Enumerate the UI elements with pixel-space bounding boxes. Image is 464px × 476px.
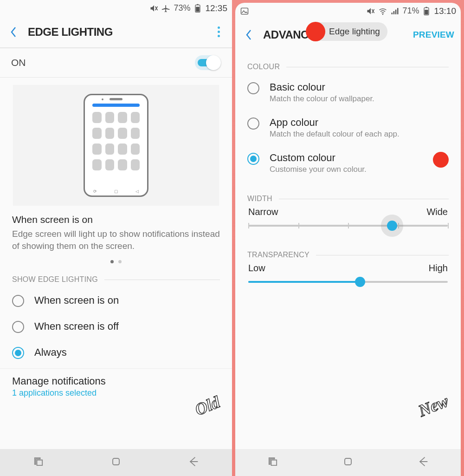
radio-icon xyxy=(12,295,24,307)
status-bar: 73% 12:35 xyxy=(0,0,232,16)
back-button[interactable] xyxy=(6,25,20,39)
battery-icon xyxy=(193,4,202,13)
system-nav-bar xyxy=(0,449,232,476)
custom-colour-swatch[interactable] xyxy=(433,152,449,168)
radio-custom-colour[interactable]: Custom colour Customise your own colour. xyxy=(235,145,461,181)
back-nav-button[interactable] xyxy=(417,455,430,470)
radio-icon xyxy=(12,347,24,359)
back-button[interactable] xyxy=(242,28,256,42)
svg-rect-7 xyxy=(426,7,427,7)
signal-icon xyxy=(390,7,400,16)
illustration: ⟳▢◁ When screen is on Edge screen will l… xyxy=(0,78,232,273)
phone-mock-illustration: ⟳▢◁ xyxy=(84,94,148,197)
radio-screen-on[interactable]: When screen is on xyxy=(0,287,232,313)
width-slider[interactable]: Narrow Wide xyxy=(235,207,461,239)
svg-rect-9 xyxy=(345,458,351,465)
slider-thumb[interactable] xyxy=(387,221,397,231)
back-nav-button[interactable] xyxy=(187,455,200,470)
more-menu-button[interactable] xyxy=(212,25,226,39)
svg-rect-8 xyxy=(425,10,429,14)
home-button[interactable] xyxy=(342,455,354,470)
status-bar: 71% 13:10 xyxy=(235,3,461,19)
radio-icon xyxy=(247,117,259,130)
radio-screen-off[interactable]: When screen is off xyxy=(0,313,232,339)
radio-icon xyxy=(247,153,259,165)
radio-always[interactable]: Always xyxy=(0,339,232,365)
caption-body: Edge screen will light up to show notifi… xyxy=(12,228,220,252)
home-button[interactable] xyxy=(110,455,122,470)
battery-icon xyxy=(422,7,431,16)
pill-colour-dot xyxy=(306,22,325,41)
clock-time: 12:35 xyxy=(205,3,227,13)
preview-button[interactable]: PREVIEW xyxy=(413,30,454,40)
section-colour: COLOUR xyxy=(247,63,280,71)
page-title: EDGE LIGHTING xyxy=(28,26,113,39)
section-width: WIDTH xyxy=(247,195,272,203)
radio-icon xyxy=(12,321,24,333)
recents-button[interactable] xyxy=(266,455,279,470)
slider-thumb[interactable] xyxy=(355,277,365,287)
section-show-edge: SHOW EDGE LIGHTING xyxy=(12,275,98,284)
svg-rect-2 xyxy=(196,7,200,11)
master-toggle-label: ON xyxy=(11,57,26,68)
app-header: EDGE LIGHTING xyxy=(0,16,232,48)
manage-notifications[interactable]: Manage notifications 1 applications sele… xyxy=(0,368,232,400)
system-nav-bar xyxy=(235,449,461,476)
pill-edge-lighting[interactable]: Edge lighting xyxy=(309,22,387,41)
picture-icon xyxy=(240,7,249,16)
wifi-icon xyxy=(378,7,387,16)
svg-rect-1 xyxy=(197,4,199,5)
svg-rect-3 xyxy=(113,458,119,465)
watermark-new: New xyxy=(416,391,451,421)
mute-icon xyxy=(366,7,375,16)
section-transparency: TRANSPARENCY xyxy=(247,251,309,259)
phone-new: 71% 13:10 ADVANCED PREVIEW Edge lighting… xyxy=(232,0,464,476)
mute-icon xyxy=(149,4,159,13)
radio-app-colour[interactable]: App colour Match the default colour of e… xyxy=(235,110,461,145)
airplane-icon xyxy=(161,4,171,13)
radio-icon xyxy=(247,82,259,94)
transparency-slider[interactable]: Low High xyxy=(235,263,461,295)
page-indicator[interactable] xyxy=(110,256,122,273)
battery-percent: 71% xyxy=(402,6,419,16)
battery-percent: 73% xyxy=(174,3,190,13)
recents-button[interactable] xyxy=(32,455,45,470)
master-toggle-row[interactable]: ON xyxy=(0,48,232,78)
svg-point-5 xyxy=(382,13,384,14)
phone-old: 73% 12:35 EDGE LIGHTING ON ⟳▢◁ When sc xyxy=(0,0,232,476)
clock-time: 13:10 xyxy=(434,6,456,16)
master-switch[interactable] xyxy=(195,55,221,70)
radio-basic-colour[interactable]: Basic colour Match the colour of wallpap… xyxy=(235,75,461,110)
svg-rect-4 xyxy=(241,8,248,14)
caption-heading: When screen is on xyxy=(12,214,220,225)
